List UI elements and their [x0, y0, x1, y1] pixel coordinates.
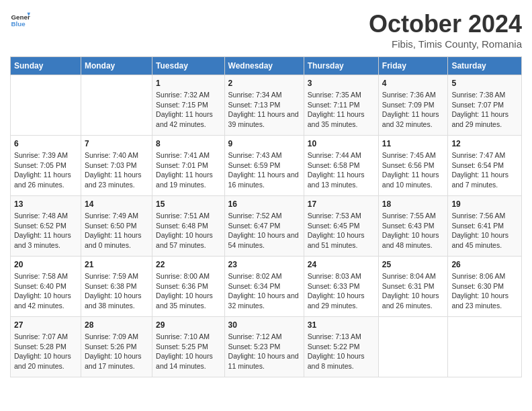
column-header-wednesday: Wednesday — [224, 57, 304, 75]
day-number: 2 — [228, 79, 300, 88]
day-info: Sunrise: 7:56 AM Sunset: 6:41 PM Dayligh… — [451, 211, 518, 250]
calendar-cell: 24Sunrise: 8:03 AM Sunset: 6:33 PM Dayli… — [304, 257, 378, 317]
day-info: Sunrise: 7:52 AM Sunset: 6:47 PM Dayligh… — [228, 211, 300, 250]
calendar-cell: 10Sunrise: 7:44 AM Sunset: 6:58 PM Dayli… — [304, 136, 378, 196]
column-header-tuesday: Tuesday — [152, 57, 225, 75]
day-number: 7 — [85, 139, 148, 148]
calendar-cell: 2Sunrise: 7:34 AM Sunset: 7:13 PM Daylig… — [224, 75, 304, 136]
day-number: 20 — [14, 260, 77, 269]
calendar-cell: 30Sunrise: 7:12 AM Sunset: 5:23 PM Dayli… — [224, 317, 304, 377]
day-info: Sunrise: 7:43 AM Sunset: 6:59 PM Dayligh… — [228, 150, 300, 190]
day-info: Sunrise: 7:32 AM Sunset: 7:15 PM Dayligh… — [156, 90, 221, 130]
column-header-monday: Monday — [81, 57, 152, 75]
calendar-cell: 19Sunrise: 7:56 AM Sunset: 6:41 PM Dayli… — [448, 196, 522, 257]
day-number: 18 — [382, 199, 445, 209]
day-number: 16 — [228, 199, 300, 209]
day-info: Sunrise: 7:58 AM Sunset: 6:40 PM Dayligh… — [14, 271, 77, 311]
calendar-cell — [448, 317, 522, 377]
day-number: 15 — [156, 199, 221, 209]
calendar-cell: 3Sunrise: 7:35 AM Sunset: 7:11 PM Daylig… — [304, 75, 378, 136]
day-number: 5 — [451, 79, 518, 88]
day-info: Sunrise: 7:36 AM Sunset: 7:09 PM Dayligh… — [382, 90, 445, 130]
day-info: Sunrise: 7:40 AM Sunset: 7:03 PM Dayligh… — [85, 150, 148, 190]
calendar-cell: 12Sunrise: 7:47 AM Sunset: 6:54 PM Dayli… — [448, 136, 522, 196]
day-info: Sunrise: 7:44 AM Sunset: 6:58 PM Dayligh… — [308, 150, 375, 190]
day-info: Sunrise: 7:47 AM Sunset: 6:54 PM Dayligh… — [451, 150, 518, 190]
day-info: Sunrise: 7:13 AM Sunset: 5:22 PM Dayligh… — [308, 332, 375, 371]
page-header: General Blue October 2024 Fibis, Timis C… — [10, 10, 522, 50]
day-number: 4 — [382, 79, 445, 88]
calendar-table: SundayMondayTuesdayWednesdayThursdayFrid… — [10, 56, 522, 377]
day-number: 13 — [14, 199, 77, 209]
calendar-cell: 21Sunrise: 7:59 AM Sunset: 6:38 PM Dayli… — [81, 257, 152, 317]
day-number: 23 — [228, 260, 300, 269]
calendar-cell: 9Sunrise: 7:43 AM Sunset: 6:59 PM Daylig… — [224, 136, 304, 196]
svg-text:Blue: Blue — [11, 20, 26, 28]
day-info: Sunrise: 7:51 AM Sunset: 6:48 PM Dayligh… — [156, 211, 221, 250]
calendar-cell — [378, 317, 448, 377]
day-info: Sunrise: 8:02 AM Sunset: 6:34 PM Dayligh… — [228, 271, 300, 311]
day-info: Sunrise: 7:55 AM Sunset: 6:43 PM Dayligh… — [382, 211, 445, 250]
day-info: Sunrise: 7:41 AM Sunset: 7:01 PM Dayligh… — [156, 150, 221, 190]
day-number: 24 — [308, 260, 375, 269]
day-info: Sunrise: 8:03 AM Sunset: 6:33 PM Dayligh… — [308, 271, 375, 311]
calendar-cell: 31Sunrise: 7:13 AM Sunset: 5:22 PM Dayli… — [304, 317, 378, 377]
day-number: 25 — [382, 260, 445, 269]
day-number: 22 — [156, 260, 221, 269]
calendar-cell: 4Sunrise: 7:36 AM Sunset: 7:09 PM Daylig… — [378, 75, 448, 136]
day-number: 28 — [85, 320, 148, 330]
column-header-saturday: Saturday — [448, 57, 522, 75]
day-number: 14 — [85, 199, 148, 209]
calendar-cell: 13Sunrise: 7:48 AM Sunset: 6:52 PM Dayli… — [11, 196, 81, 257]
calendar-cell: 8Sunrise: 7:41 AM Sunset: 7:01 PM Daylig… — [152, 136, 225, 196]
calendar-cell: 18Sunrise: 7:55 AM Sunset: 6:43 PM Dayli… — [378, 196, 448, 257]
day-info: Sunrise: 7:59 AM Sunset: 6:38 PM Dayligh… — [85, 271, 148, 311]
calendar-cell: 1Sunrise: 7:32 AM Sunset: 7:15 PM Daylig… — [152, 75, 225, 136]
calendar-cell: 16Sunrise: 7:52 AM Sunset: 6:47 PM Dayli… — [224, 196, 304, 257]
day-info: Sunrise: 7:48 AM Sunset: 6:52 PM Dayligh… — [14, 211, 77, 250]
day-info: Sunrise: 8:04 AM Sunset: 6:31 PM Dayligh… — [382, 271, 445, 311]
calendar-cell: 27Sunrise: 7:07 AM Sunset: 5:28 PM Dayli… — [11, 317, 81, 377]
day-info: Sunrise: 7:45 AM Sunset: 6:56 PM Dayligh… — [382, 150, 445, 190]
calendar-cell: 17Sunrise: 7:53 AM Sunset: 6:45 PM Dayli… — [304, 196, 378, 257]
day-info: Sunrise: 7:09 AM Sunset: 5:26 PM Dayligh… — [85, 332, 148, 371]
day-number: 8 — [156, 139, 221, 148]
logo: General Blue — [10, 10, 30, 30]
day-number: 11 — [382, 139, 445, 148]
column-header-friday: Friday — [378, 57, 448, 75]
day-info: Sunrise: 8:00 AM Sunset: 6:36 PM Dayligh… — [156, 271, 221, 311]
day-number: 30 — [228, 320, 300, 330]
calendar-cell: 14Sunrise: 7:49 AM Sunset: 6:50 PM Dayli… — [81, 196, 152, 257]
day-info: Sunrise: 8:06 AM Sunset: 6:30 PM Dayligh… — [451, 271, 518, 311]
day-number: 26 — [451, 260, 518, 269]
calendar-cell: 7Sunrise: 7:40 AM Sunset: 7:03 PM Daylig… — [81, 136, 152, 196]
location: Fibis, Timis County, Romania — [369, 38, 522, 50]
calendar-cell — [11, 75, 81, 136]
column-header-thursday: Thursday — [304, 57, 378, 75]
title-block: October 2024 Fibis, Timis County, Romani… — [369, 10, 522, 50]
calendar-cell: 22Sunrise: 8:00 AM Sunset: 6:36 PM Dayli… — [152, 257, 225, 317]
calendar-cell: 23Sunrise: 8:02 AM Sunset: 6:34 PM Dayli… — [224, 257, 304, 317]
day-number: 27 — [14, 320, 77, 330]
day-number: 10 — [308, 139, 375, 148]
calendar-cell: 11Sunrise: 7:45 AM Sunset: 6:56 PM Dayli… — [378, 136, 448, 196]
svg-text:General: General — [11, 13, 31, 21]
column-header-sunday: Sunday — [11, 57, 81, 75]
logo-icon: General Blue — [10, 10, 30, 30]
calendar-cell: 29Sunrise: 7:10 AM Sunset: 5:25 PM Dayli… — [152, 317, 225, 377]
day-info: Sunrise: 7:38 AM Sunset: 7:07 PM Dayligh… — [451, 90, 518, 130]
day-info: Sunrise: 7:12 AM Sunset: 5:23 PM Dayligh… — [228, 332, 300, 371]
day-number: 29 — [156, 320, 221, 330]
day-info: Sunrise: 7:07 AM Sunset: 5:28 PM Dayligh… — [14, 332, 77, 371]
day-info: Sunrise: 7:10 AM Sunset: 5:25 PM Dayligh… — [156, 332, 221, 371]
day-number: 12 — [451, 139, 518, 148]
calendar-cell: 6Sunrise: 7:39 AM Sunset: 7:05 PM Daylig… — [11, 136, 81, 196]
calendar-cell: 15Sunrise: 7:51 AM Sunset: 6:48 PM Dayli… — [152, 196, 225, 257]
day-number: 31 — [308, 320, 375, 330]
day-info: Sunrise: 7:49 AM Sunset: 6:50 PM Dayligh… — [85, 211, 148, 250]
day-number: 9 — [228, 139, 300, 148]
calendar-cell: 25Sunrise: 8:04 AM Sunset: 6:31 PM Dayli… — [378, 257, 448, 317]
day-number: 19 — [451, 199, 518, 209]
day-number: 21 — [85, 260, 148, 269]
day-number: 3 — [308, 79, 375, 88]
